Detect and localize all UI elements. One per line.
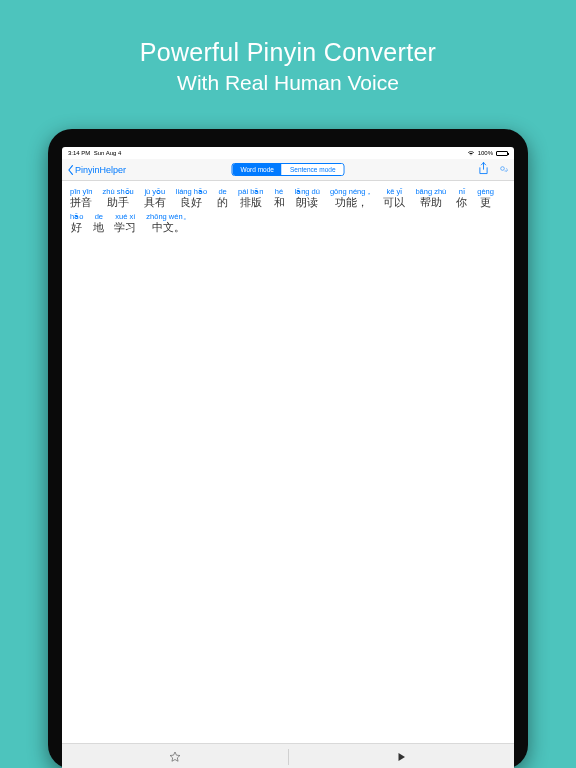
word-item[interactable]: gèng更 (473, 187, 498, 210)
word-item[interactable]: kě yǐ可以 (379, 187, 409, 210)
hanzi-text: 你 (456, 196, 467, 210)
promo-header: Powerful Pinyin Converter With Real Huma… (0, 0, 576, 129)
screen: 3:14 PM Sun Aug 4 100% PinyinHelper Word… (62, 147, 514, 768)
pinyin-text: hé (275, 187, 283, 196)
promo-title: Powerful Pinyin Converter (20, 38, 556, 67)
status-right: 100% (467, 150, 508, 157)
hanzi-text: 的 (217, 196, 228, 210)
status-bar: 3:14 PM Sun Aug 4 100% (62, 147, 514, 159)
nav-actions (478, 161, 508, 179)
share-icon (478, 162, 489, 175)
status-time: 3:14 PM Sun Aug 4 (68, 150, 121, 156)
hanzi-text: 好 (71, 221, 82, 235)
hanzi-text: 助手 (107, 196, 129, 210)
hanzi-text: 更 (480, 196, 491, 210)
ipad-frame: 3:14 PM Sun Aug 4 100% PinyinHelper Word… (48, 129, 528, 768)
word-item[interactable]: zhù shǒu助手 (99, 187, 138, 210)
hanzi-text: 良好 (180, 196, 202, 210)
pinyin-text: gōng néng， (330, 187, 373, 196)
pinyin-text: hǎo (70, 212, 83, 221)
hanzi-text: 帮助 (420, 196, 442, 210)
word-item[interactable]: de的 (213, 187, 232, 210)
hanzi-text: 和 (274, 196, 285, 210)
star-icon (169, 751, 181, 763)
pinyin-text: bāng zhù (415, 187, 446, 196)
word-item[interactable]: xué xí学习 (110, 212, 140, 235)
back-button[interactable]: PinyinHelper (68, 165, 126, 175)
word-list: pīn yīn拼音zhù shǒu助手jù yǒu具有liáng hǎo良好de… (66, 187, 510, 236)
segmented-control: Word mode Sentence mode (231, 163, 344, 176)
word-item[interactable]: de地 (89, 212, 108, 235)
battery-pct: 100% (478, 150, 493, 156)
pinyin-text: zhù shǒu (103, 187, 134, 196)
gear-icon (497, 162, 508, 175)
word-item[interactable]: gōng néng，功能， (326, 187, 377, 210)
hanzi-text: 可以 (383, 196, 405, 210)
hanzi-text: 排版 (240, 196, 262, 210)
pinyin-text: zhōng wén。 (146, 212, 190, 221)
pinyin-text: pīn yīn (70, 187, 93, 196)
pinyin-text: pái bǎn (238, 187, 263, 196)
favorite-button[interactable] (62, 751, 288, 763)
back-label: PinyinHelper (75, 165, 126, 175)
seg-sentence-mode[interactable]: Sentence mode (282, 164, 344, 175)
pinyin-text: kě yǐ (387, 187, 403, 196)
seg-word-mode[interactable]: Word mode (232, 164, 281, 175)
word-item[interactable]: pīn yīn拼音 (66, 187, 97, 210)
pinyin-text: liáng hǎo (176, 187, 207, 196)
promo-subtitle: With Real Human Voice (20, 71, 556, 95)
hanzi-text: 具有 (144, 196, 166, 210)
word-item[interactable]: jù yǒu具有 (140, 187, 170, 210)
word-item[interactable]: nǐ你 (452, 187, 471, 210)
play-icon (395, 751, 407, 763)
play-button[interactable] (288, 751, 514, 763)
hanzi-text: 学习 (114, 221, 136, 235)
pinyin-text: lǎng dú (295, 187, 320, 196)
content-area: pīn yīn拼音zhù shǒu助手jù yǒu具有liáng hǎo良好de… (62, 181, 514, 743)
date-label: Sun Aug 4 (94, 150, 122, 156)
word-item[interactable]: pái bǎn排版 (234, 187, 267, 210)
hanzi-text: 中文。 (152, 221, 185, 235)
hanzi-text: 朗读 (296, 196, 318, 210)
pinyin-text: de (218, 187, 226, 196)
bottom-toolbar (62, 743, 514, 768)
chevron-left-icon (68, 165, 74, 175)
share-button[interactable] (478, 161, 489, 179)
pinyin-text: de (95, 212, 103, 221)
pinyin-text: xué xí (115, 212, 135, 221)
time-label: 3:14 PM (68, 150, 90, 156)
settings-button[interactable] (497, 161, 508, 179)
pinyin-text: gèng (477, 187, 494, 196)
hanzi-text: 地 (93, 221, 104, 235)
word-item[interactable]: liáng hǎo良好 (172, 187, 211, 210)
word-item[interactable]: hé和 (270, 187, 289, 210)
hanzi-text: 功能， (335, 196, 368, 210)
word-item[interactable]: hǎo好 (66, 212, 87, 235)
wifi-icon (467, 150, 475, 157)
pinyin-text: jù yǒu (144, 187, 165, 196)
word-item[interactable]: zhōng wén。中文。 (142, 212, 194, 235)
hanzi-text: 拼音 (70, 196, 92, 210)
pinyin-text: nǐ (459, 187, 465, 196)
word-item[interactable]: lǎng dú朗读 (291, 187, 324, 210)
word-item[interactable]: bāng zhù帮助 (411, 187, 450, 210)
nav-bar: PinyinHelper Word mode Sentence mode (62, 159, 514, 181)
battery-icon (496, 151, 508, 156)
